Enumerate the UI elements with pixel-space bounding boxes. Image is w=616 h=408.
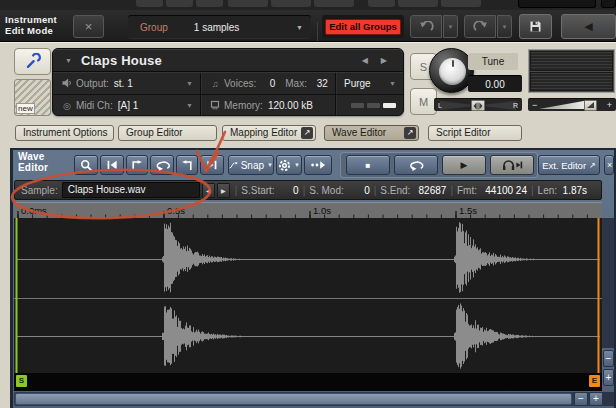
skip-end-icon — [206, 160, 218, 170]
tab-instrument-options[interactable]: Instrument Options — [15, 125, 114, 141]
edit-tools-button[interactable] — [14, 48, 51, 75]
loop-start-marker-button[interactable] — [126, 155, 148, 175]
tab-label: Mapping Editor — [230, 127, 297, 138]
toolbar-remnant — [196, 0, 223, 7]
prev-sample-button[interactable]: ◀ — [202, 183, 215, 198]
next-sample-button[interactable]: ▶ — [217, 183, 230, 198]
edit-all-groups-button[interactable]: Edit all Groups — [325, 19, 401, 35]
instrument-name: Claps House — [81, 53, 162, 68]
snap-menu-button[interactable]: Snap ▼ — [228, 155, 274, 175]
headphones-icon — [502, 159, 523, 171]
vertical-zoom-track[interactable] — [602, 218, 614, 348]
popout-icon[interactable]: ↗ — [301, 127, 313, 139]
output-select[interactable]: Output: st. 1 ▼ — [53, 73, 201, 95]
toolbar-remnant — [441, 0, 481, 7]
play-button[interactable]: ▶ — [442, 155, 486, 175]
meter-bar — [383, 103, 396, 108]
field-value[interactable]: 0 — [344, 185, 370, 196]
popout-icon[interactable]: ↗ — [404, 127, 416, 139]
level-meter-display — [528, 49, 615, 93]
nav-back-button[interactable]: ◀ — [561, 14, 616, 39]
svg-text:1.5s: 1.5s — [459, 205, 477, 216]
purge-menu[interactable]: Purge ▼ — [336, 73, 403, 95]
scrollbar-thumb[interactable] — [15, 393, 572, 405]
monitor-from-cursor-button[interactable] — [490, 155, 534, 175]
new-zone-button[interactable]: new — [14, 79, 51, 116]
volume-slider[interactable]: − + — [528, 98, 616, 111]
next-instrument-icon[interactable]: ▶ — [381, 56, 387, 65]
exit-edit-mode-button[interactable]: × — [73, 15, 104, 38]
tune-value[interactable]: 0.00 — [468, 75, 522, 92]
field-divider: | — [531, 185, 534, 196]
loop-playback-button[interactable] — [394, 155, 438, 175]
hzoom-out-button[interactable]: − — [574, 392, 588, 406]
sample-start-marker[interactable]: S — [16, 375, 27, 387]
undo-history-dropdown[interactable]: ▼ — [443, 15, 458, 38]
loop-end-marker-button[interactable] — [176, 155, 198, 175]
field-value[interactable]: 82687 — [410, 185, 446, 196]
tab-group-editor[interactable]: Group Editor — [118, 125, 217, 141]
jump-to-end-button[interactable] — [200, 155, 224, 175]
tab-mapping-editor[interactable]: Mapping Editor↗ — [222, 125, 316, 141]
floppy-icon — [529, 20, 542, 33]
pan-handle[interactable] — [471, 100, 485, 111]
waveform-display[interactable] — [14, 218, 602, 373]
vzoom-out-button[interactable]: − — [603, 350, 614, 367]
mute-button[interactable]: M — [410, 88, 437, 115]
redo-history-dropdown[interactable]: ▼ — [497, 15, 512, 38]
skip-start-icon — [106, 160, 118, 170]
field-label: S.Start: — [241, 185, 274, 196]
volume-minus-label: − — [532, 101, 537, 110]
zoom-tool-button[interactable] — [74, 155, 98, 175]
mute-label: M — [419, 96, 428, 108]
chevron-down-icon: ▼ — [448, 24, 454, 30]
horizontal-scrollbar[interactable]: − + — [14, 392, 602, 406]
volume-handle[interactable] — [584, 100, 597, 111]
sample-end-marker[interactable]: E — [589, 375, 600, 387]
purge-meter — [336, 95, 403, 116]
divider — [317, 22, 318, 41]
sample-info-bar: Sample: Claps House.wav ◀ ▶ |S.Start:0|S… — [14, 180, 602, 200]
magnifier-icon — [80, 159, 93, 172]
chevron-down-icon[interactable]: ▼ — [65, 57, 72, 64]
loop-selection-button[interactable] — [150, 155, 174, 175]
group-selector[interactable]: Group 1 samples ▼ — [128, 15, 311, 38]
vzoom-in-button[interactable]: + — [603, 369, 614, 386]
close-editor-button[interactable]: × — [604, 155, 614, 175]
jump-to-start-button[interactable] — [100, 155, 124, 175]
ext-editor-button[interactable]: Ext. Editor ↗ — [538, 155, 600, 175]
chevron-down-icon: ▼ — [186, 102, 193, 109]
chevron-down-icon: ▼ — [267, 162, 273, 168]
svg-text:0.5s: 0.5s — [167, 205, 185, 216]
redo-button[interactable] — [464, 15, 496, 38]
solo-label: S — [420, 61, 427, 73]
field-value[interactable]: 44100 24 — [477, 185, 527, 196]
toolbar-remnant — [398, 0, 438, 7]
prev-instrument-icon[interactable]: ◀ — [362, 56, 368, 65]
undo-button[interactable] — [410, 15, 442, 38]
minus-icon: − — [606, 353, 612, 364]
loop-icon — [407, 159, 425, 172]
hzoom-in-button[interactable]: + — [589, 392, 603, 406]
close-icon: × — [607, 160, 612, 170]
stop-button[interactable]: ■ — [346, 155, 390, 175]
memory-icon — [209, 100, 221, 112]
chevron-down-icon: ▼ — [502, 24, 508, 30]
tab-script-editor[interactable]: Script Editor — [428, 125, 522, 141]
midi-channel-select[interactable]: ◎ Midi Ch: [A] 1 ▼ — [53, 95, 201, 116]
sample-name-field[interactable]: Claps House.wav — [62, 182, 200, 198]
auto-play-button[interactable] — [304, 155, 332, 175]
output-icon — [61, 78, 73, 90]
ruler-svg: 0.0ms0.5s1.0s1.5s — [14, 203, 600, 218]
midi-label: Midi Ch: — [76, 100, 113, 111]
voices-label: Voices: — [224, 78, 256, 89]
pan-slider[interactable]: L R — [434, 98, 522, 111]
chevron-down-icon: ▼ — [389, 80, 396, 87]
save-button[interactable] — [519, 14, 552, 39]
timeline-ruler[interactable]: 0.0ms0.5s1.0s1.5s — [14, 202, 602, 218]
field-value[interactable]: 0 — [275, 185, 299, 196]
field-value[interactable]: 1.87s — [557, 185, 587, 196]
tab-wave-editor[interactable]: Wave Editor↗ — [324, 125, 419, 141]
settings-menu-button[interactable]: ▼ — [276, 155, 302, 175]
minus-icon: − — [578, 393, 584, 404]
